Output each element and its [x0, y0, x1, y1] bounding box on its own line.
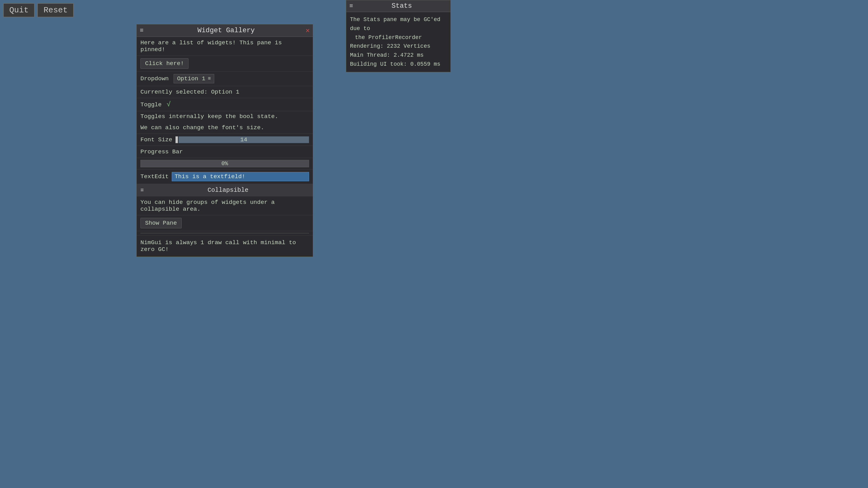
stats-menu-icon[interactable]: ≡	[349, 2, 353, 10]
progress-bar-row: 0%	[137, 158, 313, 169]
show-pane-row: Show Pane	[137, 215, 313, 231]
collapsible-menu-icon: ≡	[141, 187, 144, 193]
widget-gallery-menu-icon[interactable]: ≡	[140, 27, 144, 34]
click-here-button[interactable]: Click here!	[141, 58, 188, 69]
stats-title: Stats	[356, 2, 447, 10]
stats-line-5: Building UI took: 0.0559 ms	[350, 60, 447, 69]
progress-bar-text: 0%	[221, 161, 228, 167]
separator-line	[141, 233, 309, 233]
font-size-label: Font Size	[141, 136, 173, 143]
click-here-row: Click here!	[137, 56, 313, 72]
dropdown-icon: ≡	[208, 76, 211, 82]
footer-text: NimGui is always 1 draw call with minima…	[141, 239, 296, 253]
show-pane-button[interactable]: Show Pane	[141, 218, 182, 228]
dropdown-row: Dropdown Option 1 ≡	[137, 72, 313, 86]
dropdown-current-row: Currently selected: Option 1	[137, 86, 313, 98]
stats-pane: ≡ Stats The Stats pane may be GC'ed due …	[346, 0, 451, 72]
dropdown-current-text: Currently selected: Option 1	[141, 89, 239, 95]
widget-gallery-close-button[interactable]: ✕	[306, 26, 310, 35]
stats-line-1: The Stats pane may be GC'ed due to	[350, 15, 447, 33]
header-text: Here are a list of widgets! This pane is…	[141, 39, 309, 53]
progress-bar[interactable]: 0%	[141, 160, 309, 167]
font-size-row: Font Size 14	[137, 134, 313, 146]
dropdown-selected-value: Option 1	[177, 75, 205, 82]
font-size-value: 14	[240, 136, 247, 143]
toggle-desc1: Toggles internally keep the bool state.	[141, 113, 278, 120]
header-text-row: Here are a list of widgets! This pane is…	[137, 37, 313, 56]
stats-content: The Stats pane may be GC'ed due to the P…	[346, 12, 451, 72]
slider-handle[interactable]	[176, 136, 178, 143]
widget-gallery-content: Here are a list of widgets! This pane is…	[137, 37, 313, 257]
separator-row	[137, 231, 313, 235]
quit-button[interactable]: Quit	[3, 3, 35, 18]
toggle-desc2: We can also change the font's size.	[141, 124, 264, 131]
stats-titlebar: ≡ Stats	[346, 0, 451, 12]
textedit-row: TextEdit	[137, 169, 313, 184]
stats-line-2: the ProfilerRecorder	[350, 33, 447, 42]
textedit-label: TextEdit	[141, 173, 168, 180]
font-size-slider-track[interactable]: 14	[179, 136, 309, 143]
footer-text-row: NimGui is always 1 draw call with minima…	[137, 235, 313, 257]
stats-line-3: Rendering: 2232 Vertices	[350, 42, 447, 51]
widget-gallery-title: Widget Gallery	[147, 27, 306, 34]
dropdown-select[interactable]: Option 1 ≡	[174, 74, 214, 83]
toggle-checkmark[interactable]: √	[166, 101, 170, 108]
toggle-desc1-row: Toggles internally keep the bool state.	[137, 111, 313, 122]
progress-bar-label: Progress Bar	[141, 149, 183, 155]
toggle-desc2-row: We can also change the font's size.	[137, 122, 313, 134]
collapsible-desc-row: You can hide groups of widgets under a c…	[137, 196, 313, 215]
dropdown-label: Dropdown	[141, 75, 168, 82]
toggle-row: Toggle √	[137, 98, 313, 111]
collapsible-title: Collapsible	[147, 187, 309, 194]
progress-bar-label-row: Progress Bar	[137, 146, 313, 158]
widget-gallery-window: ≡ Widget Gallery ✕ Here are a list of wi…	[136, 24, 313, 257]
collapsible-header[interactable]: ≡ Collapsible	[137, 184, 313, 196]
stats-line-4: Main Thread: 2.4722 ms	[350, 51, 447, 60]
font-size-slider-container: 14	[176, 136, 309, 143]
textedit-input[interactable]	[172, 172, 309, 181]
widget-gallery-titlebar: ≡ Widget Gallery ✕	[137, 25, 313, 37]
collapsible-desc: You can hide groups of widgets under a c…	[141, 199, 309, 213]
top-buttons-container: Quit Reset	[3, 3, 74, 18]
reset-button[interactable]: Reset	[37, 3, 74, 18]
toggle-label: Toggle	[141, 101, 161, 108]
